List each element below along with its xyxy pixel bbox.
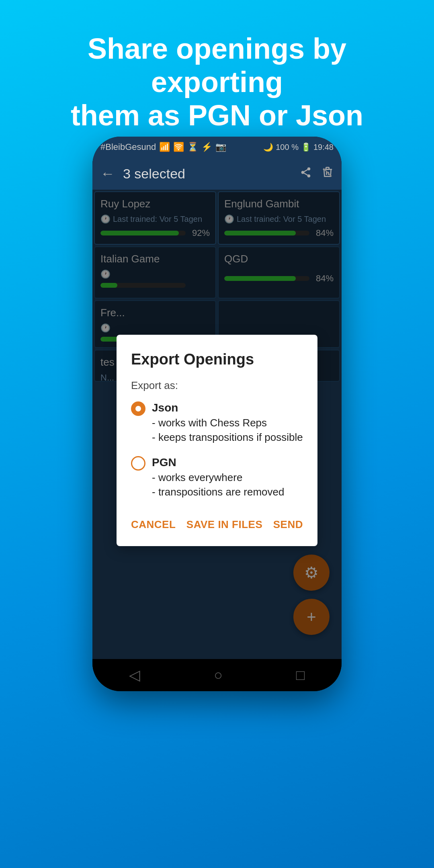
dialog-title: Export Openings bbox=[131, 351, 303, 368]
share-button[interactable] bbox=[300, 166, 312, 181]
carrier-label: #BleibGesund bbox=[100, 142, 156, 152]
app-header: ← 3 selected bbox=[92, 158, 342, 190]
dialog-overlay: Export Openings Export as: Json - works … bbox=[92, 190, 342, 691]
svg-point-0 bbox=[307, 167, 311, 170]
send-button[interactable]: SEND bbox=[273, 515, 303, 534]
pgn-label-title: PGN bbox=[152, 454, 284, 470]
radio-json[interactable] bbox=[131, 401, 145, 416]
wifi-icon: 🛜 bbox=[173, 142, 184, 152]
svg-line-4 bbox=[304, 170, 308, 172]
phone-shell: #BleibGesund 📶 🛜 ⏳ ⚡ 📷 🌙 100 % 🔋 19:48 ←… bbox=[92, 137, 342, 691]
headline-line2: them as PGN or Json bbox=[71, 99, 363, 131]
radio-option-pgn[interactable]: PGN - works everywhere - transpositions … bbox=[131, 454, 303, 500]
export-dialog: Export Openings Export as: Json - works … bbox=[117, 335, 317, 547]
headline-line1: Share openings by exporting bbox=[88, 33, 346, 98]
back-button[interactable]: ← bbox=[100, 165, 115, 182]
app-content: Ruy Lopez 🕐 Last trained: Vor 5 Tagen 92… bbox=[92, 190, 342, 691]
radio-pgn-label: PGN - works everywhere - transpositions … bbox=[152, 454, 284, 500]
radio-pgn[interactable] bbox=[131, 456, 145, 471]
radio-option-json[interactable]: Json - works with Chess Reps - keeps tra… bbox=[131, 400, 303, 445]
selection-count-label: 3 selected bbox=[123, 166, 292, 182]
usb-icon: ⚡ bbox=[201, 142, 212, 152]
header-actions bbox=[300, 166, 334, 181]
json-desc1: - works with Chess Reps bbox=[152, 416, 303, 430]
svg-line-3 bbox=[304, 173, 308, 175]
status-left: #BleibGesund 📶 🛜 ⏳ ⚡ 📷 bbox=[100, 142, 226, 152]
time-label: 19:48 bbox=[313, 143, 334, 152]
svg-point-2 bbox=[307, 174, 311, 178]
json-desc2: - keeps transpositions if possible bbox=[152, 430, 303, 444]
instagram-icon: 📷 bbox=[215, 142, 226, 152]
json-label-title: Json bbox=[152, 400, 303, 416]
svg-point-1 bbox=[301, 171, 305, 174]
pgn-desc2: - transpositions are removed bbox=[152, 485, 284, 499]
dialog-subtitle: Export as: bbox=[131, 379, 303, 392]
status-bar: #BleibGesund 📶 🛜 ⏳ ⚡ 📷 🌙 100 % 🔋 19:48 bbox=[92, 137, 342, 158]
svg-rect-5 bbox=[326, 167, 329, 169]
radio-json-label: Json - works with Chess Reps - keeps tra… bbox=[152, 400, 303, 445]
headline: Share openings by exporting them as PGN … bbox=[0, 0, 434, 148]
moon-icon: 🌙 bbox=[263, 142, 273, 152]
battery-label: 100 % bbox=[276, 143, 299, 152]
cancel-button[interactable]: CANCEL bbox=[131, 515, 176, 534]
dialog-actions: CANCEL SAVE IN FILES SEND bbox=[131, 511, 303, 534]
delete-button[interactable] bbox=[321, 166, 334, 181]
status-right: 🌙 100 % 🔋 19:48 bbox=[263, 142, 334, 152]
save-in-files-button[interactable]: SAVE IN FILES bbox=[186, 515, 263, 534]
alarm-icon: ⏳ bbox=[187, 142, 198, 152]
signal-icon: 📶 bbox=[159, 142, 170, 152]
pgn-desc1: - works everywhere bbox=[152, 470, 284, 485]
battery-icon: 🔋 bbox=[301, 142, 311, 152]
